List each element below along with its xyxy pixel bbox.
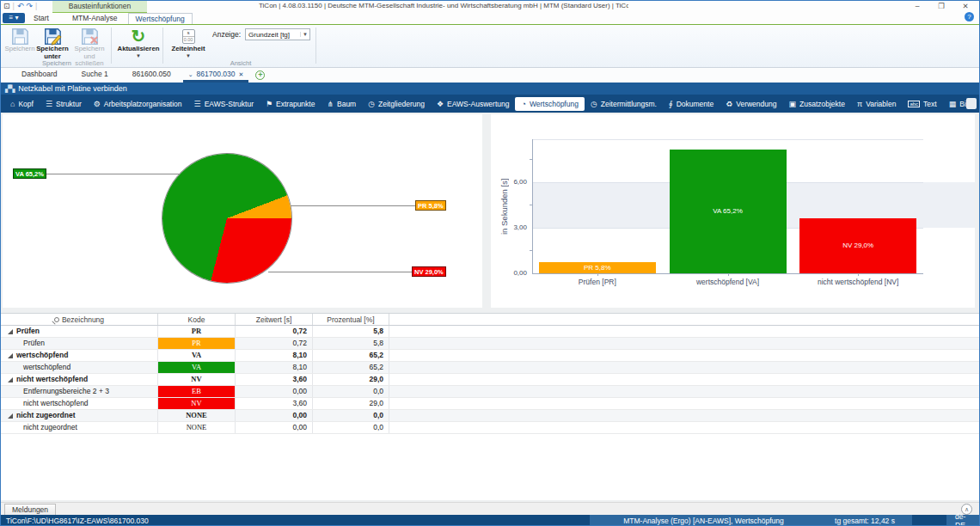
undo-icon[interactable]: ↶ (17, 2, 24, 10)
nav-tab-baum[interactable]: ⋔Baum (321, 97, 362, 111)
nav-tab-eaws-struktur[interactable]: ☰EAWS-Struktur (188, 97, 260, 111)
anzeige-select[interactable]: Grundzeit [tg] ▼ (245, 28, 310, 40)
nav-tab-variablen[interactable]: πVariablen (851, 97, 903, 111)
row-filler (389, 350, 980, 361)
pie-chart (162, 154, 291, 283)
column-header-kode[interactable]: Kode (158, 314, 236, 325)
x-axis-tick (858, 273, 859, 276)
cell-prozentual: 0,0 (313, 386, 389, 397)
save-as-button[interactable]: Speichern unter (36, 27, 69, 59)
save-close-icon (80, 27, 99, 46)
nav-tab-struktur[interactable]: ☰Struktur (40, 97, 88, 111)
group-expand-icon[interactable] (8, 377, 13, 382)
window-icon[interactable]: ⊡ (3, 2, 10, 10)
column-header-zeitwert-s[interactable]: Zeitwert [s] (236, 314, 313, 325)
tree-icon: ⋔ (327, 100, 334, 108)
pie-slice-label-nv: NV 29,0% (412, 266, 446, 277)
doc-tab-861700-030[interactable]: ⌄861700.030✕ (183, 68, 249, 83)
close-icon[interactable]: ✕ (239, 68, 244, 81)
add-tab-button[interactable]: + (255, 70, 265, 80)
quick-access-toolbar: ⊡ | ↶ ↷ | (3, 2, 37, 10)
nav-tab-zeitgliederung[interactable]: ◷Zeitgliederung (362, 97, 431, 111)
content-area: VA 65,2%PR 5,8%NV 29,0% 0,003,006,00PR 5… (1, 113, 979, 502)
table-row[interactable]: Entfernungsbereiche 2 + 3EB0,000,0 (1, 386, 980, 398)
group-expand-icon[interactable] (8, 329, 13, 334)
nav-tab-verwendung[interactable]: ♻Verwendung (720, 97, 782, 111)
table-header-row: BezeichnungKodeZeitwert [s]Prozentual [%… (1, 313, 980, 326)
doc-tab-dashboard[interactable]: Dashboard (9, 68, 70, 83)
extra-points-icon: ⚑ (266, 100, 273, 108)
row-filler (389, 374, 980, 385)
save-and-close-button[interactable]: Speichern und schließen (70, 27, 109, 59)
table-row[interactable]: PrüfenPR0,725,8 (1, 326, 980, 338)
nav-tab-eaws-auswertung[interactable]: ❖EAWS-Auswertung (431, 97, 516, 111)
contextual-tab-group[interactable]: Bausteinfunktionen (52, 1, 147, 13)
group-separator (315, 28, 316, 64)
table-row[interactable]: wertschöpfendVA8,1065,2 (1, 350, 980, 362)
restore-button[interactable]: ❐ (929, 1, 953, 12)
messages-tab[interactable]: Meldungen (4, 504, 56, 516)
nav-tab-label: Arbeitsplatzorganisation (104, 100, 182, 108)
cell-bezeichnung: nicht wertschöpfend (1, 374, 158, 385)
nav-tab-zusatzobjekte[interactable]: ▣Zusatzobjekte (782, 97, 850, 111)
nav-tab-dokumente[interactable]: ∮Dokumente (663, 97, 720, 111)
help-icon[interactable]: ? (965, 12, 974, 21)
application-menu-button[interactable]: ≡ ▾ (3, 13, 25, 23)
ribbon-tab-wertsch-pfung[interactable]: Wertschöpfung (128, 13, 193, 24)
table-row[interactable]: PrüfenPR0,725,8 (1, 338, 980, 350)
status-bar: TiCon\F:\UD\HG8617\IZ-EAWS\861700.030 MT… (1, 515, 979, 526)
anzeige-value: Grundzeit [tg] (246, 31, 300, 39)
clock-icon: ◷ (368, 100, 375, 108)
status-path: TiCon\F:\UD\HG8617\IZ-EAWS\861700.030 (1, 517, 590, 525)
cell-prozentual: 65,2 (313, 350, 389, 361)
refresh-button[interactable]: ↻ Aktualisieren ▼ (116, 27, 161, 59)
nav-tab-label: Verwendung (736, 100, 776, 108)
doc-tab-suche-1[interactable]: Suche 1 (70, 68, 120, 83)
nav-tab-kopf[interactable]: ⌂Kopf (4, 97, 40, 111)
minimize-button[interactable]: – (905, 1, 929, 12)
structure-icon: ☰ (46, 100, 52, 108)
group-expand-icon[interactable] (8, 413, 13, 419)
table-row[interactable]: wertschöpfendVA8,1065,2 (1, 362, 980, 374)
nav-tab-label: Zeitermittlungsm. (601, 100, 657, 108)
workplace-icon: ⚙ (94, 100, 101, 108)
cell-kode: PR (158, 338, 236, 349)
close-button[interactable]: ✕ (953, 1, 977, 12)
analysis-title: Netzkabel mit Platine verbinden (18, 84, 127, 93)
x-axis-category-label: wertschöpfend [VA] (661, 278, 795, 286)
group-expand-icon[interactable] (8, 353, 13, 358)
window-title: TiCon | 4.08.03.1150 | Deutsche MTM-Gese… (259, 2, 628, 9)
time-unit-button[interactable]: s0.00 Zeiteinheit ▼ (168, 27, 209, 59)
save-button[interactable]: Speichern (4, 27, 35, 59)
status-locale[interactable]: de-DE (946, 515, 979, 526)
redo-icon[interactable]: ↷ (26, 2, 33, 10)
cell-bezeichnung: nicht zugeordnet (1, 422, 158, 433)
nav-tab-wertsch-pfung[interactable]: ◔Wertschöpfung (515, 97, 584, 111)
pie-slice-label-pr: PR 5,8% (415, 200, 446, 211)
doc-tab-861600-050[interactable]: 861600.050 (120, 68, 183, 83)
nav-overflow-button[interactable] (966, 98, 977, 109)
table-row[interactable]: nicht zugeordnetNONE0,000,0 (1, 422, 980, 434)
table-row[interactable]: nicht wertschöpfendNV3,6029,0 (1, 374, 980, 386)
ribbon: Speichern Speichern unter Speichern und … (1, 24, 979, 68)
column-header-bezeichnung[interactable]: Bezeichnung (1, 314, 158, 325)
nav-tab-text[interactable]: abcText (902, 97, 942, 111)
column-header-prozentual[interactable]: Prozentual [%] (313, 314, 389, 325)
nav-tab-arbeitsplatzorganisation[interactable]: ⚙Arbeitsplatzorganisation (88, 97, 188, 111)
y-axis-title: in Sekunden [s] (499, 139, 509, 273)
document-tab-bar: DashboardSuche 1861600.050⌄861700.030✕+ (1, 68, 979, 83)
nav-tab-extrapunkte[interactable]: ⚑Extrapunkte (260, 97, 321, 111)
ribbon-tab-start[interactable]: Start (27, 13, 56, 24)
row-filler (389, 398, 980, 409)
table-row[interactable]: nicht wertschöpfendNV3,6029,0 (1, 398, 980, 410)
pie-label-leader (291, 205, 417, 206)
table-row[interactable]: nicht zugeordnetNONE0,000,0 (1, 410, 980, 422)
bar-value-label: VA 65,2% (670, 207, 787, 215)
nav-tab-label: Text (923, 100, 937, 108)
cell-zeitwert: 0,00 (236, 422, 313, 433)
ribbon-tab-mtm-analyse[interactable]: MTM-Analyse (65, 13, 124, 24)
y-axis-line (532, 139, 533, 273)
cell-kode: VA (158, 350, 236, 361)
nav-tab-zeitermittlungsm[interactable]: ◷Zeitermittlungsm. (585, 97, 663, 111)
chevron-down-icon[interactable]: ⌄ (188, 68, 193, 81)
